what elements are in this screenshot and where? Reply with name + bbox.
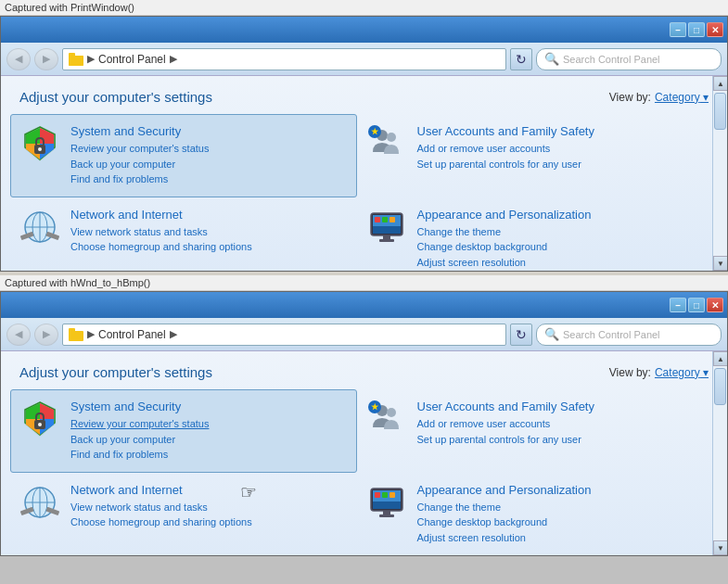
viewby-2: View by: Category ▾	[609, 366, 709, 379]
svg-point-6	[38, 147, 42, 151]
refresh-button-2[interactable]: ↻	[510, 324, 532, 346]
scrollbar-1[interactable]: ▲ ▼	[712, 76, 727, 271]
content-title-1: Adjust your computer's settings	[19, 89, 212, 105]
appearance-link-1[interactable]: Change desktop background	[417, 239, 694, 255]
titlebar-1: – □ ✕	[1, 17, 727, 43]
appearance-title[interactable]: Appearance and Personalization	[417, 483, 694, 497]
maximize-button-1[interactable]: □	[688, 22, 705, 37]
svg-rect-49	[382, 492, 388, 498]
scrollbar-2[interactable]: ▲ ▼	[712, 351, 727, 555]
system-security-title[interactable]: System and Security	[70, 124, 347, 138]
svg-rect-23	[375, 217, 380, 222]
addressbar-2: ◀ ▶ ▶ Control Panel ▶ ↻ 🔍 Search Control…	[1, 318, 727, 351]
search-box-1[interactable]: 🔍 Search Control Panel	[536, 48, 722, 70]
viewby-dropdown-2[interactable]: Category ▾	[655, 366, 709, 379]
cp-item-appearance[interactable]: Appearance and PersonalizationChange the…	[357, 197, 704, 272]
user-accounts-link-1[interactable]: Set up parental controls for any user	[417, 157, 694, 172]
address-box-1[interactable]: ▶ Control Panel ▶	[62, 48, 506, 70]
user-accounts-link-0[interactable]: Add or remove user accounts	[417, 416, 694, 432]
user-accounts-title[interactable]: User Accounts and Family Safety	[417, 124, 694, 138]
scroll-thumb-2[interactable]	[714, 368, 726, 405]
scroll-up-1[interactable]: ▲	[713, 76, 727, 91]
close-button-1[interactable]: ✕	[707, 22, 723, 37]
forward-button-2[interactable]: ▶	[34, 324, 58, 346]
svg-point-31	[38, 423, 42, 426]
appearance-icon	[367, 483, 406, 522]
refresh-button-1[interactable]: ↻	[510, 48, 532, 70]
cp-item-network-internet[interactable]: Network and InternetView network status …	[10, 473, 357, 556]
minimize-button-1[interactable]: –	[670, 22, 686, 37]
addressbar-1: ◀ ▶ ▶ Control Panel ▶ ↻ 🔍 Search Control…	[1, 43, 727, 76]
svg-rect-48	[375, 492, 380, 498]
scroll-track-1[interactable]	[713, 91, 727, 256]
titlebar-2: – □ ✕	[1, 292, 727, 318]
search-box-2[interactable]: 🔍 Search Control Panel	[536, 324, 722, 346]
appearance-icon	[367, 208, 406, 247]
appearance-title[interactable]: Appearance and Personalization	[417, 208, 694, 222]
network-internet-link-1[interactable]: Choose homegroup and sharing options	[70, 514, 347, 530]
scroll-thumb-1[interactable]	[714, 93, 726, 130]
scroll-up-2[interactable]: ▲	[713, 351, 727, 366]
system-security-link-0[interactable]: Review your computer's status	[70, 141, 347, 157]
cp-item-network-internet[interactable]: Network and InternetView network status …	[10, 197, 357, 272]
system-security-link-2[interactable]: Find and fix problems	[70, 171, 347, 187]
close-button-2[interactable]: ✕	[707, 298, 723, 312]
appearance-link-1[interactable]: Change desktop background	[417, 514, 694, 530]
forward-button-1[interactable]: ▶	[34, 48, 58, 70]
folder-icon-1	[69, 53, 83, 66]
viewby-1: View by: Category ▾	[609, 91, 709, 104]
content-header-2: Adjust your computer's settings View by:…	[1, 351, 727, 389]
svg-rect-20	[373, 226, 401, 234]
scroll-down-1[interactable]: ▼	[713, 256, 727, 271]
network-internet-link-0[interactable]: View network status and tasks	[70, 224, 347, 240]
titlebar-buttons-2: – □ ✕	[670, 298, 723, 312]
user-accounts-title[interactable]: User Accounts and Family Safety	[417, 400, 694, 413]
network-internet-title[interactable]: Network and Internet	[70, 483, 347, 497]
search-icon-1: 🔍	[544, 52, 559, 66]
svg-point-33	[387, 408, 396, 417]
maximize-button-2[interactable]: □	[688, 298, 705, 312]
svg-rect-45	[373, 501, 401, 509]
cp-item-system-security[interactable]: System and SecurityReview your computer'…	[10, 114, 357, 197]
window-2: – □ ✕ ◀ ▶ ▶ Control Panel ▶ ↻ 🔍	[0, 291, 728, 556]
user-accounts-link-0[interactable]: Add or remove user accounts	[417, 141, 694, 157]
cp-item-appearance[interactable]: Appearance and PersonalizationChange the…	[357, 473, 704, 556]
capture-label-2: Captured with hWnd_to_hBmp()	[0, 275, 728, 291]
folder-icon-2	[69, 328, 83, 341]
appearance-link-0[interactable]: Change the theme	[417, 224, 694, 240]
network-internet-icon	[20, 483, 59, 522]
cp-item-user-accounts[interactable]: ★ User Accounts and Family SafetyAdd or …	[357, 114, 704, 197]
content-area-1: ▲ ▼ Adjust your computer's settings View…	[1, 76, 727, 271]
network-internet-title[interactable]: Network and Internet	[70, 208, 347, 222]
appearance-link-2[interactable]: Adjust screen resolution	[417, 255, 694, 271]
appearance-link-0[interactable]: Change the theme	[417, 500, 694, 515]
svg-rect-27	[69, 328, 75, 333]
cp-item-user-accounts[interactable]: ★ User Accounts and Family SafetyAdd or …	[357, 389, 704, 473]
system-security-title[interactable]: System and Security	[70, 400, 347, 413]
cp-grid-2: System and SecurityReview your computer'…	[1, 389, 710, 555]
system-security-link-0[interactable]: Review your computer's status	[70, 416, 347, 432]
svg-text:★: ★	[371, 127, 379, 136]
system-security-link-1[interactable]: Back up your computer	[70, 157, 347, 172]
svg-rect-22	[379, 239, 394, 242]
network-internet-link-0[interactable]: View network status and tasks	[70, 500, 347, 515]
scroll-down-2[interactable]: ▼	[713, 540, 727, 555]
address-box-2[interactable]: ▶ Control Panel ▶	[62, 324, 506, 346]
system-security-link-2[interactable]: Find and fix problems	[70, 447, 347, 463]
scroll-track-2[interactable]	[713, 366, 727, 540]
back-button-1[interactable]: ◀	[6, 48, 31, 70]
svg-text:★: ★	[371, 402, 379, 412]
network-internet-icon	[20, 208, 59, 247]
network-internet-link-1[interactable]: Choose homegroup and sharing options	[70, 239, 347, 255]
back-button-2[interactable]: ◀	[6, 324, 31, 346]
minimize-button-2[interactable]: –	[670, 298, 686, 312]
viewby-dropdown-1[interactable]: Category ▾	[655, 91, 709, 104]
content-area-2: ▲ ▼ Adjust your computer's settings View…	[1, 351, 727, 555]
svg-point-8	[387, 133, 396, 142]
content-header-1: Adjust your computer's settings View by:…	[1, 76, 727, 114]
capture-label-1: Captured with PrintWindow()	[0, 0, 728, 16]
appearance-link-2[interactable]: Adjust screen resolution	[417, 530, 694, 546]
system-security-link-1[interactable]: Back up your computer	[70, 432, 347, 448]
cp-item-system-security[interactable]: System and SecurityReview your computer'…	[10, 389, 357, 473]
user-accounts-link-1[interactable]: Set up parental controls for any user	[417, 432, 694, 448]
